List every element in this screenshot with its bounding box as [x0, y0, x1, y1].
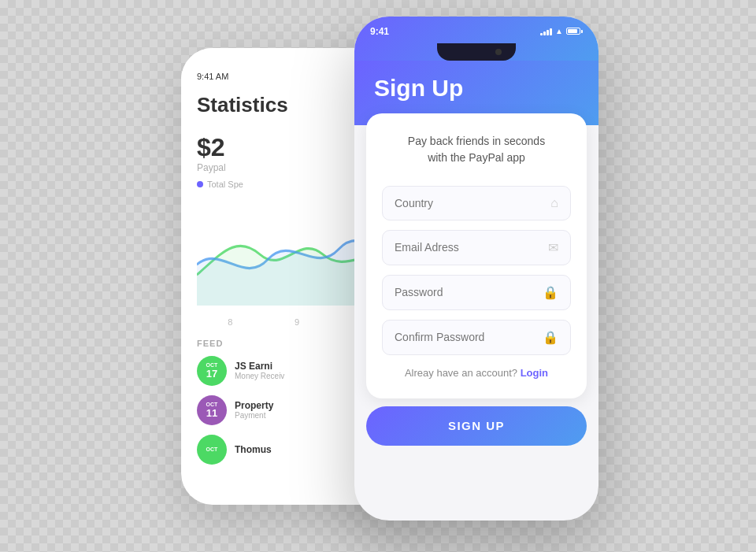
signal-icon — [540, 28, 552, 35]
feed-month: OCT — [206, 446, 218, 452]
x-label-9: 9 — [295, 317, 299, 327]
lock-confirm-icon: 🔒 — [543, 330, 558, 345]
signal-bar-2 — [543, 31, 546, 35]
back-time: 9:41 AM — [197, 72, 228, 81]
email-input[interactable] — [395, 241, 542, 254]
feed-info: Property Payment — [235, 400, 273, 420]
battery-icon — [566, 28, 583, 35]
confirm-password-input[interactable] — [395, 331, 536, 343]
signup-content: Pay back friends in seconds with the Pay… — [366, 113, 587, 398]
legend-label: Total Spe — [207, 180, 243, 189]
password-field[interactable]: 🔒 — [382, 275, 571, 310]
front-status-bar: 9:41 ▲ — [370, 26, 583, 37]
lock-icon: 🔒 — [543, 285, 558, 300]
front-time: 9:41 — [370, 26, 389, 37]
feed-month: OCT — [206, 402, 218, 407]
battery-tip — [581, 30, 583, 33]
feed-title: Thomus — [235, 444, 272, 455]
country-field[interactable]: ⌂ — [382, 186, 571, 220]
feed-subtitle: Payment — [235, 411, 273, 420]
battery-fill — [568, 29, 577, 33]
country-input[interactable] — [395, 197, 544, 209]
signal-bar-4 — [550, 28, 552, 35]
signal-bar-3 — [547, 30, 549, 35]
feed-month: OCT — [206, 362, 218, 368]
home-icon: ⌂ — [550, 196, 558, 210]
email-field[interactable]: ✉ — [382, 230, 571, 265]
legend-dot — [197, 181, 203, 187]
feed-day: 11 — [206, 407, 217, 419]
feed-title: Property — [235, 400, 273, 411]
x-label-8: 8 — [228, 317, 232, 327]
phone-notch — [437, 43, 516, 61]
email-icon: ✉ — [548, 240, 558, 255]
wifi-icon: ▲ — [555, 27, 563, 35]
avatar: OCT 11 — [197, 395, 227, 425]
signup-title: Sign Up — [374, 75, 579, 102]
front-camera — [495, 49, 502, 55]
avatar: OCT — [197, 435, 227, 465]
feed-day: 17 — [206, 368, 217, 380]
signup-form: ⌂ ✉ 🔒 🔒 — [382, 186, 571, 355]
front-notch-bar: 9:41 ▲ — [354, 17, 598, 61]
signup-button[interactable]: SIGN UP — [366, 406, 587, 446]
feed-info: JS Earni Money Receiv — [235, 361, 284, 380]
confirm-password-field[interactable]: 🔒 — [382, 320, 571, 355]
tagline-line1: Pay back friends in seconds — [408, 135, 545, 147]
feed-subtitle: Money Receiv — [235, 372, 284, 380]
feed-title: JS Earni — [235, 361, 284, 372]
phone-front: 9:41 ▲ — [354, 17, 598, 521]
already-account-text: Alreay have an account? — [405, 367, 517, 379]
status-icons: ▲ — [540, 27, 583, 35]
login-link-area: Alreay have an account? Login — [382, 367, 571, 379]
tagline-line2: with the PayPal app — [428, 151, 525, 164]
signup-button-label: SIGN UP — [448, 419, 505, 432]
signup-tagline: Pay back friends in seconds with the Pay… — [382, 133, 571, 166]
phones-container: 9:41 AM ●●● Statistics $2 Paypal Total S… — [158, 17, 598, 536]
feed-info: Thomus — [235, 444, 272, 455]
avatar: OCT 17 — [197, 356, 227, 386]
signal-bar-1 — [540, 33, 543, 35]
password-input[interactable] — [395, 286, 536, 298]
login-link[interactable]: Login — [521, 367, 548, 379]
